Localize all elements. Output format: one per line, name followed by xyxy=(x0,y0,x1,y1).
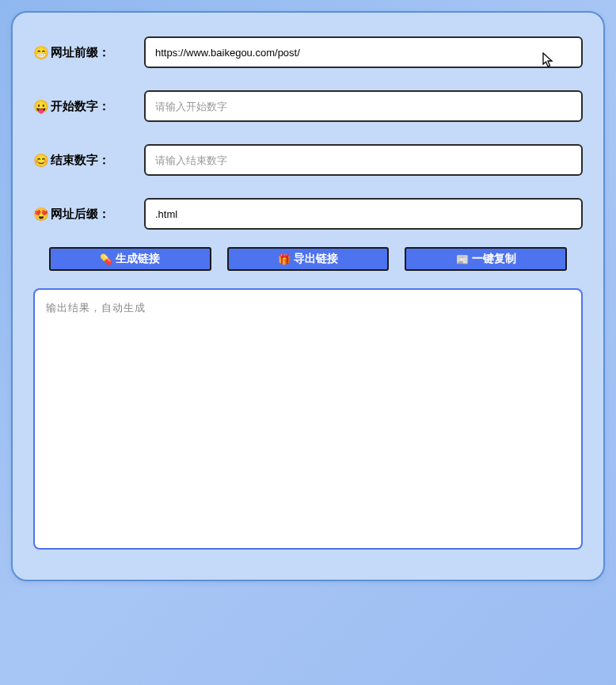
suffix-input[interactable] xyxy=(144,198,583,230)
grin-icon: 😁 xyxy=(33,45,49,60)
export-button-label: 导出链接 xyxy=(294,252,338,266)
heart-eyes-icon: 😍 xyxy=(33,207,49,222)
generate-button-label: 生成链接 xyxy=(116,252,160,266)
start-label-group: 😛 开始数字： xyxy=(33,99,144,114)
gift-icon: 🎁 xyxy=(278,253,291,265)
output-textarea[interactable] xyxy=(33,288,583,550)
suffix-label: 网址后缀： xyxy=(51,207,110,222)
end-label: 结束数字： xyxy=(51,153,110,168)
pill-icon: 💊 xyxy=(100,253,112,265)
prefix-row: 😁 网址前缀： xyxy=(33,36,583,68)
prefix-input[interactable] xyxy=(144,36,583,68)
smile-icon: 😊 xyxy=(33,153,49,168)
copy-button[interactable]: 📰 一键复制 xyxy=(405,247,567,271)
end-row: 😊 结束数字： xyxy=(33,144,583,176)
start-input[interactable] xyxy=(144,90,583,122)
start-row: 😛 开始数字： xyxy=(33,90,583,122)
generate-button[interactable]: 💊 生成链接 xyxy=(49,247,211,271)
tongue-icon: 😛 xyxy=(33,99,49,114)
end-input[interactable] xyxy=(144,144,583,176)
suffix-label-group: 😍 网址后缀： xyxy=(33,207,144,222)
export-button[interactable]: 🎁 导出链接 xyxy=(227,247,390,271)
main-panel: 😁 网址前缀： 😛 开始数字： 😊 结束数字： 😍 网址后缀： 💊 生成链接 xyxy=(11,11,605,581)
start-label: 开始数字： xyxy=(51,99,110,114)
prefix-label: 网址前缀： xyxy=(51,45,110,60)
suffix-row: 😍 网址后缀： xyxy=(33,198,583,230)
prefix-label-group: 😁 网址前缀： xyxy=(33,45,144,60)
button-row: 💊 生成链接 🎁 导出链接 📰 一键复制 xyxy=(33,247,583,271)
copy-button-label: 一键复制 xyxy=(472,252,516,266)
end-label-group: 😊 结束数字： xyxy=(33,153,144,168)
newspaper-icon: 📰 xyxy=(456,253,469,265)
